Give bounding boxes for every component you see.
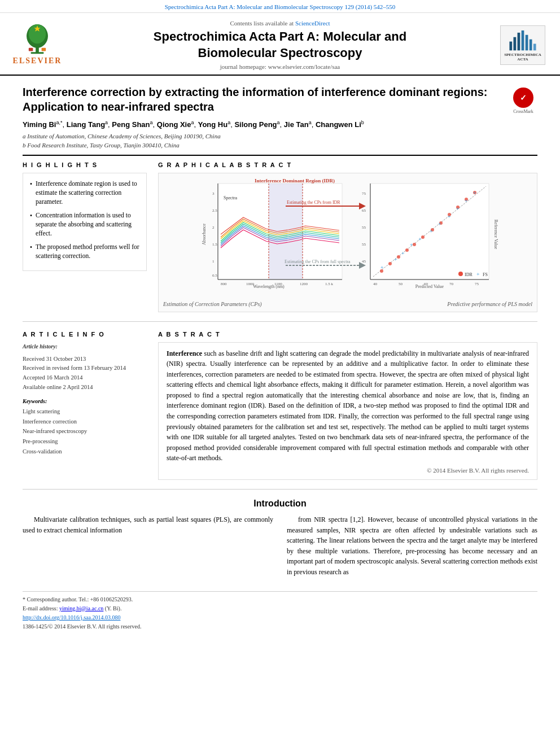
- abstract-box: Interference such as baseline drift and …: [158, 342, 537, 480]
- svg-rect-12: [530, 39, 532, 50]
- abstract-first-word: Interference: [167, 350, 202, 357]
- svg-text:+: +: [418, 236, 422, 242]
- keyword-3: Near-infrared spectroscopy: [23, 426, 147, 436]
- article-title: Interference correction by extracting th…: [23, 85, 504, 114]
- elsevier-logo-area: ELSEVIER: [9, 20, 65, 70]
- bullet-3: •: [30, 243, 32, 252]
- caption-left: Estimation of Correction Parameters (CPs…: [163, 301, 262, 307]
- svg-text:60: 60: [424, 282, 428, 286]
- bullet-1: •: [30, 180, 32, 189]
- svg-text:+: +: [380, 264, 384, 270]
- svg-text:1200: 1200: [300, 282, 308, 286]
- svg-text:70: 70: [449, 282, 454, 286]
- keywords-title: Keywords:: [23, 398, 147, 404]
- highlight-3-text: The proposed method preforms well for sc…: [36, 242, 139, 260]
- svg-text:2: 2: [212, 225, 215, 230]
- accepted-date: Accepted 16 March 2014: [23, 373, 147, 383]
- available-date: Available online 2 April 2014: [23, 383, 147, 392]
- svg-text:45: 45: [362, 259, 366, 264]
- journal-homepage: journal homepage: www.elsevier.com/locat…: [71, 63, 489, 70]
- svg-rect-4: [29, 48, 33, 51]
- svg-text:2.5: 2.5: [212, 208, 217, 213]
- highlights-box: • Interference dominate region is used t…: [23, 173, 147, 272]
- history-title: Article history:: [23, 342, 147, 351]
- main-content: Interference correction by extracting th…: [0, 76, 560, 640]
- journal-header: ELSEVIER Contents lists available at Sci…: [0, 13, 560, 76]
- keyword-2: Interference correction: [23, 417, 147, 427]
- author-changwen: Changwen Li: [316, 121, 361, 129]
- author-yong: Yong Hu: [198, 121, 228, 129]
- author-jie: Jie Tan: [284, 121, 309, 129]
- svg-text:+: +: [456, 206, 460, 212]
- article-info-heading: A R T I C L E I N F O: [23, 331, 147, 338]
- keyword-5: Cross-validation: [23, 447, 147, 457]
- abstract-col: A B S T R A C T Interference such as bas…: [158, 331, 537, 480]
- abstract-heading: A B S T R A C T: [158, 331, 537, 338]
- intro-heading: Introduction: [23, 499, 537, 509]
- svg-text:65: 65: [362, 208, 366, 213]
- highlight-1: • Interference dominate region is used t…: [30, 179, 139, 206]
- svg-text:Predicted Value: Predicted Value: [415, 284, 444, 289]
- svg-text:Reference Value: Reference Value: [493, 219, 498, 249]
- graph-caption: Estimation of Correction Parameters (CPs…: [163, 301, 532, 307]
- email-link[interactable]: yiming.bi@ia.ac.cn: [59, 605, 103, 611]
- section-divider-1: [23, 321, 537, 322]
- highlight-2-text: Concentration information is used to sep…: [36, 211, 139, 238]
- svg-rect-9: [518, 32, 520, 50]
- svg-text:55: 55: [362, 242, 366, 247]
- sciencedirect-anchor[interactable]: ScienceDirect: [295, 20, 330, 27]
- author-yiming: Yiming Bi: [23, 121, 56, 129]
- svg-text:+: +: [465, 198, 468, 204]
- svg-text:+: +: [448, 213, 451, 220]
- svg-text:0.5: 0.5: [212, 273, 217, 278]
- caption-right: Predictive performance of PLS model: [447, 301, 532, 307]
- svg-text:40: 40: [373, 282, 378, 286]
- svg-text:+: +: [438, 221, 441, 227]
- sciencedirect-link: Contents lists available at ScienceDirec…: [71, 20, 489, 27]
- revised-date: Received in revised form 13 February 201…: [23, 364, 147, 373]
- svg-text:FS: FS: [483, 272, 488, 277]
- crossmark-area: ✓ CrossMark: [509, 88, 537, 114]
- svg-rect-5: [42, 48, 46, 51]
- email-note: E-mail address: yiming.bi@ia.ac.cn (Y. B…: [23, 604, 537, 613]
- affiliation-a: a Institute of Automation, Chinese Acade…: [23, 132, 537, 141]
- author-peng: Peng Shan: [112, 121, 150, 129]
- copyright-line: © 2014 Elsevier B.V. All rights reserved…: [167, 467, 529, 474]
- keyword-1: Light scattering: [23, 407, 147, 417]
- svg-point-45: [397, 255, 400, 259]
- spectrochimica-logo-icon: [503, 28, 542, 53]
- highlights-heading: H I G H L I G H T S: [23, 161, 147, 168]
- keywords-section: Keywords: Light scattering Interference …: [23, 398, 147, 457]
- graphical-abstract-svg: Interference Dominant Region (IDR) Spect…: [163, 178, 532, 296]
- affiliation-b: b Food Research Institute, Tasty Group, …: [23, 141, 537, 150]
- svg-text:75: 75: [475, 282, 479, 286]
- svg-point-47: [413, 243, 416, 246]
- doi-link[interactable]: http://dx.doi.org/10.1016/j.saa.2014.03.…: [23, 614, 120, 621]
- svg-rect-11: [526, 34, 528, 50]
- highlight-3: • The proposed method preforms well for …: [30, 242, 139, 260]
- affiliations: a Institute of Automation, Chinese Acade…: [23, 132, 537, 150]
- svg-text:Spectra: Spectra: [224, 195, 237, 200]
- svg-text:800: 800: [221, 282, 227, 286]
- svg-text:1: 1: [212, 259, 215, 264]
- svg-text:1.5: 1.5: [212, 242, 217, 247]
- spectrochimica-logo-area: SPECTROCHIMICAACTA: [495, 20, 551, 70]
- svg-text:Absorbance: Absorbance: [202, 223, 207, 245]
- graphical-abstract-box: Interference Dominant Region (IDR) Spect…: [158, 173, 537, 312]
- elsevier-tree-icon: [20, 24, 54, 55]
- keyword-4: Pre-processing: [23, 436, 147, 447]
- issn-line: 1386-1425/© 2014 Elsevier B.V. All right…: [23, 622, 537, 631]
- svg-point-48: [421, 235, 425, 239]
- svg-text:1100: 1100: [274, 282, 282, 286]
- introduction-section: Introduction Multivariate calibration te…: [23, 499, 537, 582]
- svg-text:+: +: [410, 242, 413, 248]
- spectrochimica-logo-text: SPECTROCHIMICAACTA: [504, 53, 541, 62]
- svg-point-46: [405, 248, 409, 252]
- article-title-section: Interference correction by extracting th…: [23, 85, 537, 114]
- abstract-text: Interference such as baseline drift and …: [167, 348, 529, 464]
- svg-text:+: +: [394, 256, 397, 263]
- author-silong: Silong Peng: [234, 121, 277, 129]
- bullet-2: •: [30, 211, 32, 220]
- journal-top-bar: Spectrochimica Acta Part A: Molecular an…: [0, 0, 560, 13]
- highlights-col: H I G H L I G H T S • Interference domin…: [23, 161, 147, 312]
